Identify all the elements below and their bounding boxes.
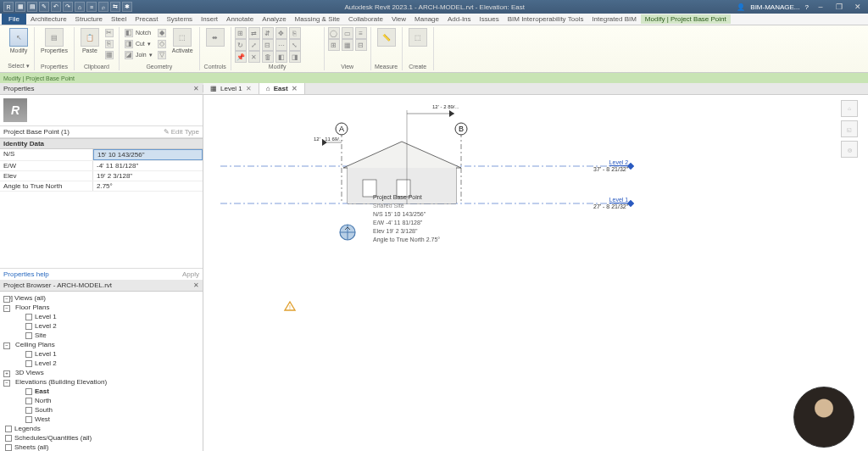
tab-architecture[interactable]: Architecture [26,14,71,24]
copy-icon[interactable]: ⎘ [289,27,301,39]
split-icon[interactable]: ⊟ [262,39,274,51]
controls-tool[interactable]: ⬌ [203,27,227,47]
prop-row-angle[interactable]: Angle to True North2.75° [0,181,203,192]
minimize-button[interactable]: – [814,2,827,12]
pin-icon[interactable]: 📌 [235,51,247,63]
tree-node[interactable]: Level 2 [2,359,201,368]
close-icon[interactable]: ✕ [193,281,199,289]
qat-icon[interactable]: ✱ [122,2,132,12]
nav-cube-icon[interactable]: ◱ [841,120,858,137]
tree-node[interactable]: Level 1 [2,312,201,321]
help-icon[interactable]: ? [805,3,809,11]
prop-row-ns[interactable]: N/S15' 10 143/256" [0,149,203,161]
browser-tree[interactable]: [0] Views (all)Floor PlansLevel 1Level 2… [0,292,203,451]
modify-tool[interactable]: ↖Modify [7,27,31,54]
tool-icon[interactable]: ◨ [289,51,301,63]
tab-bim-interop[interactable]: BIM Interoperability Tools [504,14,588,24]
tool-icon[interactable]: ◧ [275,51,287,63]
close-tab-icon[interactable]: ✕ [292,85,298,92]
user-name[interactable]: BIM-MANAGE... [750,3,799,11]
notch-tool[interactable]: ◧Notch [123,27,154,38]
trim-icon[interactable]: ⤢ [248,39,260,51]
qat-icon[interactable]: ⌂ [75,2,85,12]
tree-node[interactable]: Schedules/Quantities (all) [2,433,201,443]
properties-help-link[interactable]: Properties help [3,270,49,278]
tree-node[interactable]: Level 2 [2,321,201,331]
tree-node[interactable]: East [2,387,201,396]
view-icon[interactable]: ▭ [342,27,353,39]
view-tab-level1[interactable]: ▦ Level 1 ✕ [203,83,259,94]
delete-icon[interactable]: 🗑 [262,51,274,63]
tab-systems[interactable]: Systems [162,14,197,24]
tab-manage[interactable]: Manage [410,14,443,24]
match-tool[interactable]: ▦ [103,49,115,60]
tab-massing-site[interactable]: Massing & Site [291,14,344,24]
qat-icon[interactable]: ✎ [39,2,49,12]
instance-selector[interactable]: Project Base Point (1) ✎ Edit Type [0,126,203,138]
tab-issues[interactable]: Issues [476,14,504,24]
view-icon[interactable]: ⊟ [355,39,367,51]
qat-icon[interactable]: ≡ [86,2,97,12]
tree-node[interactable]: Legends [2,424,201,433]
unpin-icon[interactable]: ✕ [248,51,260,63]
scale-icon[interactable]: ⤡ [289,39,301,51]
geom-tool[interactable]: ◆ [156,27,168,38]
level-2-label[interactable]: Level 2 37' - 8 21/32" [593,159,628,173]
join-tool[interactable]: ◪Join ▾ [123,49,154,60]
redo-icon[interactable]: ↷ [63,2,73,12]
offset-icon[interactable]: ⇄ [248,27,260,39]
tab-collaborate[interactable]: Collaborate [344,14,387,24]
file-tab[interactable]: File [2,14,26,25]
tree-node[interactable]: Elevations (Building Elevation) [2,377,201,387]
rotate-icon[interactable]: ↻ [235,39,247,51]
tree-node[interactable]: Sheets (all) [2,443,201,451]
activate-tool[interactable]: ⬚Activate [170,27,196,54]
nav-wheel-icon[interactable]: ◎ [841,141,858,158]
tab-precast[interactable]: Precast [131,14,162,24]
tab-annotate[interactable]: Annotate [222,14,258,24]
tab-integrated-bim[interactable]: Integrated BIM [587,14,640,24]
maximize-button[interactable]: ❐ [832,2,846,12]
tree-node[interactable]: [0] Views (all) [2,293,201,303]
move-icon[interactable]: ✥ [275,27,287,39]
type-selector[interactable]: R [0,95,203,126]
close-button[interactable]: ✕ [851,2,865,12]
undo-icon[interactable]: ↶ [51,2,61,12]
tab-modify[interactable]: Modify | Project Base Point [641,14,731,24]
align-icon[interactable]: ⊞ [235,27,247,39]
geom-tool[interactable]: ◇ [156,38,168,49]
tree-node[interactable]: Level 1 [2,349,201,359]
qat-icon[interactable]: ▤ [27,2,37,12]
tree-node[interactable]: North [2,396,201,405]
apply-button[interactable]: Apply [182,270,199,278]
level-1-label[interactable]: Level 1 27' - 8 21/32" [593,197,628,210]
tree-node[interactable]: West [2,415,201,424]
create-tool[interactable]: ⬚ [406,27,430,47]
tab-insert[interactable]: Insert [197,14,222,24]
close-icon[interactable]: ✕ [193,85,199,92]
drawing-canvas[interactable]: A B 12' - 11 69/... 12' - 2 89/... [203,95,868,451]
group-header[interactable]: Identity Data [0,138,203,149]
measure-tool[interactable]: 📏 [375,27,398,47]
cut-tool[interactable]: ✂ [103,27,115,38]
mirror-icon[interactable]: ⇵ [262,27,274,39]
view-icon[interactable]: ▦ [342,39,353,51]
array-icon[interactable]: ⋯ [275,39,287,51]
qat-icon[interactable]: ▦ [15,2,25,12]
paste-tool[interactable]: 📋Paste [78,27,102,54]
view-icon[interactable]: ◯ [328,27,340,39]
tree-node[interactable]: South [2,405,201,415]
view-icon[interactable]: ≡ [355,27,367,39]
tree-node[interactable]: 3D Views [2,368,201,377]
qat-icon[interactable]: ⇆ [110,2,120,12]
properties-tool[interactable]: ▤Properties [38,27,70,54]
tab-view[interactable]: View [387,14,410,24]
view-icon[interactable]: ⊞ [328,39,340,51]
tree-node[interactable]: Floor Plans [2,303,201,312]
close-tab-icon[interactable]: ✕ [246,85,252,92]
tab-steel[interactable]: Steel [107,14,131,24]
prop-row-elev[interactable]: Elev19' 2 3/128" [0,171,203,181]
tab-structure[interactable]: Structure [71,14,107,24]
view-tab-east[interactable]: ⌂ East ✕ [259,83,305,94]
nav-home-icon[interactable]: ⌂ [841,100,858,117]
